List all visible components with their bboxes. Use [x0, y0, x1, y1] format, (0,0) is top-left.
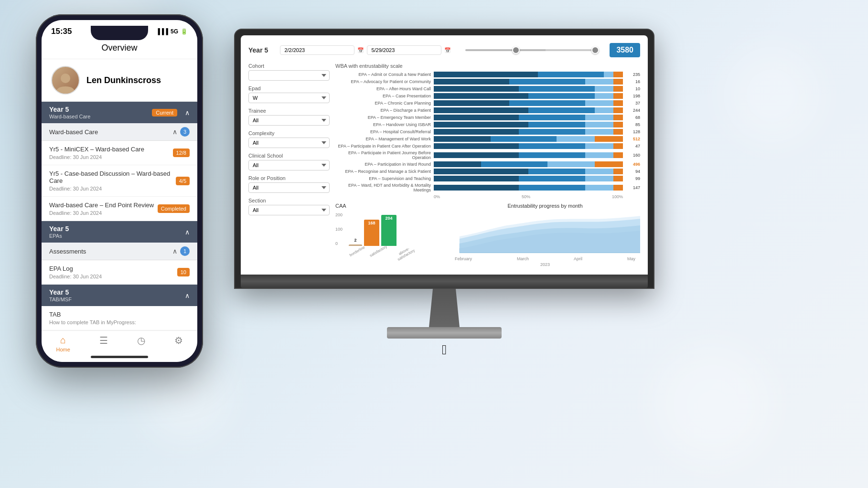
bar-light	[585, 122, 613, 127]
task-cbd[interactable]: Yr5 - Case-based Discussion – Ward-based…	[42, 165, 197, 197]
slider-thumb-left[interactable]	[512, 46, 520, 54]
bar-orange	[613, 93, 623, 99]
tab-clock[interactable]: ◷	[137, 335, 145, 352]
filter-clinical-school: Clinical School All	[248, 153, 330, 170]
list-icon: ☰	[99, 335, 108, 346]
bar-mid	[519, 185, 585, 191]
epa-row: EPA – After-Hours Ward Call10	[335, 86, 640, 92]
calendar-icon-1: 📅	[357, 47, 364, 53]
phone-time: 15:35	[51, 27, 72, 36]
bar-mid	[481, 161, 547, 167]
month-labels: February March April May	[450, 256, 640, 261]
epa-row: EPA – Discharge a Patient244	[335, 107, 640, 113]
phone-content[interactable]: Year 5 Ward-based Care Current ∧ Ward-ba…	[42, 102, 197, 362]
slider-track[interactable]	[465, 49, 599, 51]
task-title-cbd: Yr5 - Case-based Discussion – Ward-based…	[49, 170, 176, 184]
task-tab[interactable]: TAB How to complete TAB in MyProgress:	[42, 306, 197, 330]
task-epa-log[interactable]: EPA Log Deadline: 30 Jun 2024 10	[42, 260, 197, 285]
filters-panel: Cohort Epad W Trainee	[248, 63, 330, 267]
date-end-input[interactable]	[367, 45, 441, 55]
chevron-icon-tab: ∧	[185, 292, 190, 299]
filter-select-complexity[interactable]: All	[248, 138, 330, 148]
epa-count: 85	[626, 122, 640, 127]
epa-count: 37	[626, 101, 640, 106]
task-title-minicex: Yr5 - MiniCEX – Ward-based Care	[49, 146, 144, 153]
bar-light	[557, 136, 594, 142]
task-badge-epa-log: 10	[177, 268, 190, 276]
epa-label: EPA – Recognise and Manage a Sick Patien…	[335, 169, 431, 174]
section-ward-header[interactable]: Year 5 Ward-based Care Current ∧	[42, 102, 197, 123]
axis-100: 100%	[612, 194, 623, 199]
section-tab-header[interactable]: Year 5 TAB/MSF ∧	[42, 285, 197, 306]
task-title-tab: TAB	[49, 311, 136, 318]
task-description-tab: How to complete TAB in MyProgress:	[49, 319, 136, 325]
section-year-2: Year 5	[49, 225, 69, 233]
tab-home-label: Home	[56, 347, 70, 352]
epa-label: EPA – Chronic Care Planning	[335, 101, 431, 106]
date-start-input[interactable]	[280, 45, 354, 55]
bar-orange	[613, 129, 623, 135]
tab-home[interactable]: ⌂ Home	[56, 335, 70, 352]
section-epa-header[interactable]: Year 5 EPAs ∧	[42, 221, 197, 243]
slider-thumb-right[interactable]	[591, 46, 599, 54]
epa-bars-container	[434, 93, 623, 99]
month-feb: February	[455, 256, 472, 261]
epa-bars-container	[434, 136, 623, 142]
epa-bars-container	[434, 143, 623, 149]
tab-list[interactable]: ☰	[99, 335, 108, 352]
filter-select-trainee[interactable]: All	[248, 115, 330, 126]
phone-screen: 15:35 ▐▐▐ 5G 🔋 Overview	[42, 20, 197, 362]
epa-row: EPA – Participate in Patient Journey Bef…	[335, 150, 640, 160]
epa-count: 47	[626, 144, 640, 149]
epa-count: 512	[626, 137, 640, 141]
bar-dark	[434, 176, 519, 181]
bar-orange	[613, 176, 623, 181]
epa-count: 244	[626, 108, 640, 113]
epa-label: EPA – Participate in Patient Journey Bef…	[335, 150, 431, 160]
subsection-assessments-header[interactable]: Assessments ∧ 1	[42, 243, 197, 260]
settings-icon: ⚙	[174, 335, 183, 346]
bar-mid	[519, 143, 585, 149]
epa-bars-container	[434, 86, 623, 92]
filter-select-section[interactable]: All	[248, 205, 330, 215]
clock-icon: ◷	[137, 335, 145, 346]
epa-bars-container	[434, 129, 623, 135]
filter-complexity: Complexity All	[248, 130, 330, 148]
network-type: 5G	[171, 28, 178, 35]
caa-chart: CAA 200 100 0	[335, 203, 440, 267]
filter-select-epad[interactable]: W	[248, 93, 330, 103]
filter-epad: Epad W	[248, 85, 330, 103]
filter-select-clinical-school[interactable]: All	[248, 160, 330, 170]
filter-label-section: Section	[248, 198, 330, 203]
axis-0: 0%	[434, 194, 440, 199]
epa-row: EPA – Emergency Team Member68	[335, 115, 640, 120]
caa-bar-above: 204	[381, 215, 396, 246]
dashboard-header: Year 5 📅 📅 3580	[248, 43, 640, 57]
epa-row: EPA – Participate in Patient Care After …	[335, 143, 640, 149]
calendar-icon-2: 📅	[444, 47, 451, 53]
epa-row: EPA – Advocacy for Patient or Community1…	[335, 79, 640, 85]
epa-label: EPA – Emergency Team Member	[335, 115, 431, 120]
bar-orange	[613, 72, 623, 77]
tab-settings[interactable]: ⚙	[174, 335, 183, 352]
bar-light	[547, 161, 595, 167]
task-minicex[interactable]: Yr5 - MiniCEX – Ward-based Care Deadline…	[42, 141, 197, 165]
filter-section: Section All	[248, 198, 330, 215]
epa-count: 10	[626, 86, 640, 91]
profile-name: Len Dunkinscross	[86, 75, 161, 85]
chevron-up-icon-2: ∧	[172, 128, 177, 136]
filter-select-role[interactable]: All	[248, 182, 330, 193]
bar-dark	[434, 185, 519, 191]
task-title-endpoint: Ward-based Care – End Point Review	[49, 202, 154, 209]
bar-dark	[434, 152, 519, 158]
bar-dark	[434, 107, 528, 113]
task-endpoint[interactable]: Ward-based Care – End Point Review Deadl…	[42, 197, 197, 221]
epa-bars-container	[434, 100, 623, 106]
caa-bar-rect-satisfactory: 168	[364, 220, 379, 246]
subsection-ward-header[interactable]: Ward-based Care ∧ 3	[42, 123, 197, 141]
apple-logo-icon: 	[234, 342, 654, 358]
month-mar: March	[517, 256, 529, 261]
filter-select-cohort[interactable]	[248, 70, 330, 81]
date-range: 📅 📅	[280, 45, 451, 55]
epa-count: 147	[626, 185, 640, 190]
